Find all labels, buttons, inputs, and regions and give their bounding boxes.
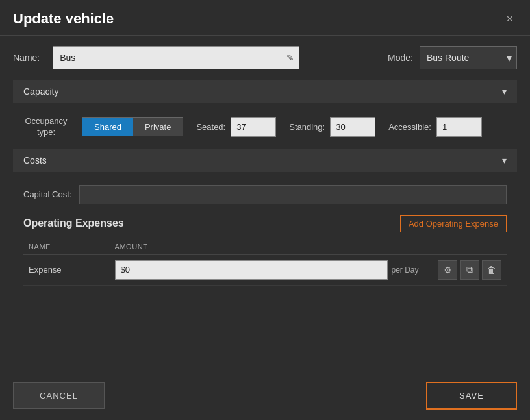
col-actions (433, 239, 507, 255)
occupancy-type-label: Occupancytype: (23, 116, 69, 138)
standing-input[interactable] (330, 117, 375, 137)
accessible-field: Accessible: (388, 117, 482, 137)
seated-field: Seated: (196, 117, 276, 137)
costs-section-header[interactable]: Costs ▾ (13, 149, 517, 172)
capacity-content: Occupancytype: Shared Private Seated: St… (13, 111, 517, 149)
private-toggle-button[interactable]: Private (133, 118, 183, 136)
seated-label: Seated: (196, 122, 225, 132)
name-input[interactable] (53, 46, 299, 69)
name-label: Name: (13, 53, 40, 63)
col-name: NAME (23, 239, 110, 255)
seated-input[interactable] (231, 117, 276, 137)
expense-table-body: Expense per Day ⚙ (23, 254, 507, 285)
expense-action-buttons: ⚙ ⧉ 🗑 (438, 260, 501, 280)
capacity-label: Capacity (23, 86, 58, 97)
dialog-content: Name: ✎ Mode: Bus Route Train Subway Fer… (0, 36, 530, 371)
capacity-section-header[interactable]: Capacity ▾ (13, 80, 517, 103)
mode-label: Mode: (388, 53, 413, 63)
standing-label: Standing: (289, 122, 325, 132)
gear-icon: ⚙ (444, 265, 452, 275)
name-input-wrapper: ✎ (53, 46, 299, 69)
expense-amount-cell: per Day (110, 254, 433, 285)
accessible-label: Accessible: (388, 122, 431, 132)
expense-name-cell: Expense (23, 254, 110, 285)
per-day-label: per Day (392, 266, 419, 275)
expense-amount-input[interactable] (115, 260, 388, 280)
expense-copy-button[interactable]: ⧉ (460, 260, 479, 280)
operating-expenses-header: Operating Expenses Add Operating Expense (23, 215, 507, 232)
mode-group: Mode: Bus Route Train Subway Ferry (388, 46, 517, 69)
standing-field: Standing: (289, 117, 375, 137)
capacity-chevron-icon: ▾ (502, 86, 507, 97)
copy-icon: ⧉ (466, 264, 473, 275)
name-edit-icon: ✎ (286, 53, 294, 63)
table-row: Expense per Day ⚙ (23, 254, 507, 285)
dialog-footer: CANCEL SAVE (0, 371, 530, 420)
dialog-header: Update vehicle × (0, 0, 530, 36)
col-amount: AMOUNT (110, 239, 433, 255)
expense-delete-button[interactable]: 🗑 (482, 260, 501, 280)
operating-expenses-title: Operating Expenses (23, 217, 124, 229)
expense-settings-button[interactable]: ⚙ (438, 260, 457, 280)
costs-chevron-icon: ▾ (502, 155, 507, 166)
occupancy-row: Occupancytype: Shared Private Seated: St… (23, 116, 507, 138)
expense-table: NAME AMOUNT Expense per Day (23, 239, 507, 286)
name-mode-row: Name: ✎ Mode: Bus Route Train Subway Fer… (13, 46, 517, 69)
dialog-title: Update vehicle (13, 10, 114, 27)
expense-actions-cell: ⚙ ⧉ 🗑 (433, 254, 507, 285)
save-button[interactable]: SAVE (426, 382, 517, 410)
add-operating-expense-button[interactable]: Add Operating Expense (400, 215, 507, 232)
costs-label: Costs (23, 155, 47, 166)
mode-select-wrapper: Bus Route Train Subway Ferry (420, 46, 517, 69)
trash-icon: 🗑 (487, 265, 496, 275)
expense-table-header: NAME AMOUNT (23, 239, 507, 255)
costs-content: Capital Cost: Operating Expenses Add Ope… (13, 180, 517, 296)
expense-name: Expense (29, 265, 62, 275)
close-button[interactable]: × (502, 11, 517, 27)
capital-cost-row: Capital Cost: (23, 185, 507, 204)
cancel-button[interactable]: CANCEL (13, 382, 105, 409)
mode-select[interactable]: Bus Route Train Subway Ferry (420, 46, 517, 69)
capital-cost-label: Capital Cost: (23, 190, 71, 199)
accessible-input[interactable] (436, 117, 482, 137)
expense-amount-wrapper: per Day (115, 260, 428, 280)
occupancy-toggle-group: Shared Private (82, 117, 183, 136)
capital-cost-input[interactable] (79, 185, 507, 204)
shared-toggle-button[interactable]: Shared (82, 118, 133, 136)
update-vehicle-dialog: Update vehicle × Name: ✎ Mode: Bus Route… (0, 0, 530, 420)
